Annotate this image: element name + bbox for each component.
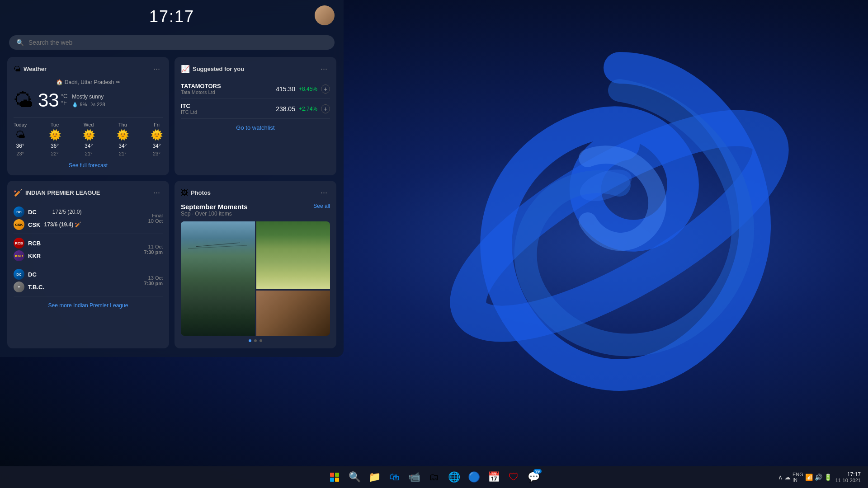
weather-emoji: 🌤 <box>14 89 33 112</box>
taskbar-center-apps: 🔍 📁 🛍 📹 🗂 🌐 🔵 📅 <box>326 468 542 486</box>
file-explorer-icon: 📁 <box>368 471 381 483</box>
match-date-1: 10 Oct <box>148 218 163 224</box>
taskbar-teams-button[interactable]: 📹 <box>405 468 423 486</box>
ipl-header: 🏏 INDIAN PREMIER LEAGUE ··· <box>14 187 163 198</box>
search-input[interactable] <box>28 39 327 46</box>
volume-icon[interactable]: 🔊 <box>815 474 822 481</box>
see-forecast[interactable]: See full forecast <box>14 161 163 169</box>
taskbar-time: 17:17 <box>835 471 861 478</box>
match-date-3: 13 Oct <box>144 275 163 281</box>
weather-main: 🌤 33 °C °F Mostly sunny 💧 9% 🌬 228 <box>14 89 163 112</box>
files2-icon: 🗂 <box>429 471 439 483</box>
forecast-wed: Wed 🌞 34° 21° <box>83 122 95 156</box>
start-button[interactable] <box>326 468 344 486</box>
taskbar-clock[interactable]: 17:17 11-10-2021 <box>835 471 861 483</box>
wifi-icon[interactable]: 📶 <box>805 474 813 481</box>
photos-album-subtitle: Sep · Over 100 items <box>181 211 248 217</box>
photos-widget: 🖼 Photos ··· September Moments Sep · Ove… <box>175 181 336 348</box>
forecast-thu: Thu 🌞 34° 21° <box>117 122 129 156</box>
taskbar-fileexplorer-button[interactable]: 📁 <box>365 468 383 486</box>
dot-3[interactable] <box>259 339 262 342</box>
ipl-icon: 🏏 <box>14 188 23 197</box>
avatar-image <box>315 5 335 25</box>
match-result: Final <box>148 213 163 218</box>
team-dc-1: DC <box>28 209 49 216</box>
photos-album-header: September Moments Sep · Over 100 items S… <box>181 203 330 217</box>
watchlist-link[interactable]: Go to watchlist <box>236 124 274 131</box>
ipl-match-1: DC DC 172/5 (20.0) CSK CSK 173/6 (19.4) … <box>14 203 163 234</box>
stock-subtitle-2: ITC Ltd <box>181 109 197 115</box>
widgets-panel: 17:17 🔍 🌤 Weather ··· 🏠 Dadri, Uttar Pra… <box>0 0 344 357</box>
csk-icon: CSK <box>14 219 24 230</box>
stocks-more-button[interactable]: ··· <box>318 63 330 75</box>
see-forecast-link[interactable]: See full forecast <box>69 162 108 169</box>
weather-forecast: Today 🌤 36° 23° Tue 🌞 36° 22° Wed 🌞 34° … <box>14 117 163 156</box>
weather-title-row: 🌤 Weather <box>14 65 47 73</box>
kkr-icon: KKR <box>14 250 24 261</box>
watchlist-button[interactable]: Go to watchlist <box>181 124 330 131</box>
edge-icon: 🌐 <box>448 471 460 483</box>
photos-header: 🖼 Photos ··· <box>181 187 330 198</box>
see-more-ipl-link[interactable]: See more Indian Premier League <box>48 302 128 309</box>
taskbar-date: 11-10-2021 <box>835 478 861 483</box>
team-rcb: RCB <box>28 240 41 247</box>
taskbar-mail-button[interactable]: 📅 <box>485 468 503 486</box>
photos-title-row: 🖼 Photos <box>181 189 211 197</box>
widgets-topbar: 17:17 <box>0 0 344 33</box>
notification-area[interactable]: ∧ ☁ ENGIN 📶 🔊 🔋 <box>778 472 832 483</box>
clock-display: 17:17 <box>149 7 194 26</box>
taskbar-search-button[interactable]: 🔍 <box>345 468 363 486</box>
taskbar: 🔍 📁 🛍 📹 🗂 🌐 🔵 📅 <box>0 466 868 488</box>
photos-album-title: September Moments <box>181 203 248 211</box>
weather-more-button[interactable]: ··· <box>151 63 163 75</box>
stocks-header: 📈 Suggested for you ··· <box>181 63 330 75</box>
stock-row-itc: ITC ITC Ltd 238.05 +2.74% + <box>181 99 330 119</box>
weather-details: 💧 9% 🌬 228 <box>72 102 105 108</box>
ipl-match-3: DC DC T T.B.C. 13 Oct 7:30 pm <box>14 265 163 296</box>
battery-icon[interactable]: 🔋 <box>824 474 832 481</box>
teams-icon: 📹 <box>408 471 420 483</box>
search-icon: 🔍 <box>16 39 24 46</box>
ipl-more-button[interactable]: ··· <box>151 187 163 198</box>
photo-girl <box>256 221 330 289</box>
search-bar[interactable]: 🔍 <box>9 35 335 50</box>
app8-icon: 🔵 <box>468 471 480 483</box>
stock-add-1[interactable]: + <box>321 84 330 94</box>
taskbar-app8[interactable]: 🔵 <box>465 468 483 486</box>
stock-price-1: 415.30 <box>276 85 295 93</box>
photo-slide2-left <box>256 291 330 336</box>
score-dc: 172/5 (20.0) <box>52 209 82 215</box>
photo-mountain <box>181 221 255 336</box>
weather-location: 🏠 Dadri, Uttar Pradesh ✏ <box>14 79 163 85</box>
antivirus-icon: 🛡 <box>509 471 519 483</box>
stock-row-tatamotors: TATAMOTORS Tata Motors Ltd 415.30 +8.45%… <box>181 79 330 99</box>
taskbar-store-button[interactable]: 🛍 <box>385 468 403 486</box>
weather-icon: 🌤 <box>14 65 21 73</box>
ipl-widget: 🏏 INDIAN PREMIER LEAGUE ··· DC DC 172/5 … <box>7 181 169 348</box>
taskbar-files2-button[interactable]: 🗂 <box>425 468 443 486</box>
stocks-icon: 📈 <box>181 65 190 73</box>
stock-name-2: ITC <box>181 103 197 109</box>
team-dc-3: DC <box>28 271 44 278</box>
user-avatar[interactable] <box>315 5 335 25</box>
stock-add-2[interactable]: + <box>321 104 330 113</box>
forecast-today: Today 🌤 36° 23° <box>14 122 27 156</box>
photos-more-button[interactable]: ··· <box>318 187 330 198</box>
team-tbc: T.B.C. <box>28 284 44 291</box>
chevron-up-icon[interactable]: ∧ <box>778 474 783 481</box>
taskbar-edge-button[interactable]: 🌐 <box>445 468 463 486</box>
dot-2[interactable] <box>254 339 257 342</box>
dot-1[interactable] <box>249 339 251 342</box>
see-more-ipl[interactable]: See more Indian Premier League <box>14 301 163 309</box>
cloud-icon[interactable]: ☁ <box>784 474 791 481</box>
forecast-fri: Fri 🌞 34° 23° <box>151 122 163 156</box>
stock-subtitle-1: Tata Motors Ltd <box>181 89 221 95</box>
photos-see-all[interactable]: See all <box>313 203 330 209</box>
ipl-title: INDIAN PREMIER LEAGUE <box>25 189 100 196</box>
taskbar-antivirus-button[interactable]: 🛡 <box>505 468 523 486</box>
weather-widget: 🌤 Weather ··· 🏠 Dadri, Uttar Pradesh ✏ 🌤… <box>7 57 169 175</box>
ipl-title-row: 🏏 INDIAN PREMIER LEAGUE <box>14 188 100 197</box>
taskbar-greenapp-button[interactable]: 💬 99 <box>524 468 542 486</box>
weather-header: 🌤 Weather ··· <box>14 63 163 75</box>
match-time-2: 7:30 pm <box>144 249 163 255</box>
